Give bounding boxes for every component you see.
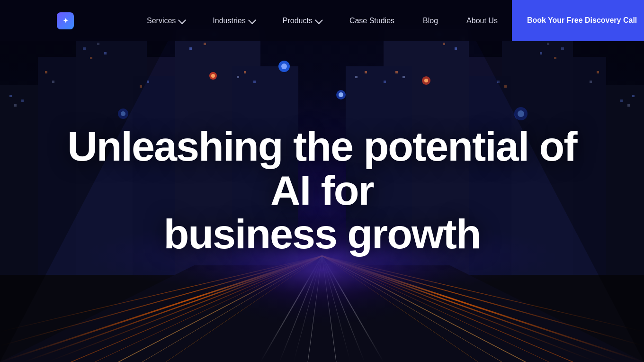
- nav-item-industries[interactable]: Industries: [198, 0, 268, 41]
- navbar: Services Industries Products Case Studie…: [0, 0, 644, 41]
- nav-item-case-studies[interactable]: Case Studies: [335, 0, 409, 41]
- chevron-down-icon: [315, 16, 323, 24]
- nav-left: Services Industries Products Case Studie…: [57, 0, 512, 41]
- chevron-down-icon: [248, 16, 256, 24]
- nav-item-about-us[interactable]: About Us: [452, 0, 512, 41]
- nav-item-products[interactable]: Products: [268, 0, 335, 41]
- nav-links: Services Industries Products Case Studie…: [133, 0, 512, 41]
- nav-item-services[interactable]: Services: [133, 0, 198, 41]
- hero-title: Unleashing the potential of AI for busin…: [62, 125, 582, 256]
- chevron-down-icon: [178, 16, 186, 24]
- book-discovery-call-button[interactable]: Book Your Free Discovery Call: [512, 0, 644, 41]
- nav-item-blog[interactable]: Blog: [409, 0, 452, 41]
- hero-content: Unleashing the potential of AI for busin…: [0, 0, 644, 362]
- logo-icon: [57, 12, 74, 29]
- hero-section: Unleashing the potential of AI for busin…: [0, 0, 644, 362]
- logo[interactable]: [57, 11, 114, 30]
